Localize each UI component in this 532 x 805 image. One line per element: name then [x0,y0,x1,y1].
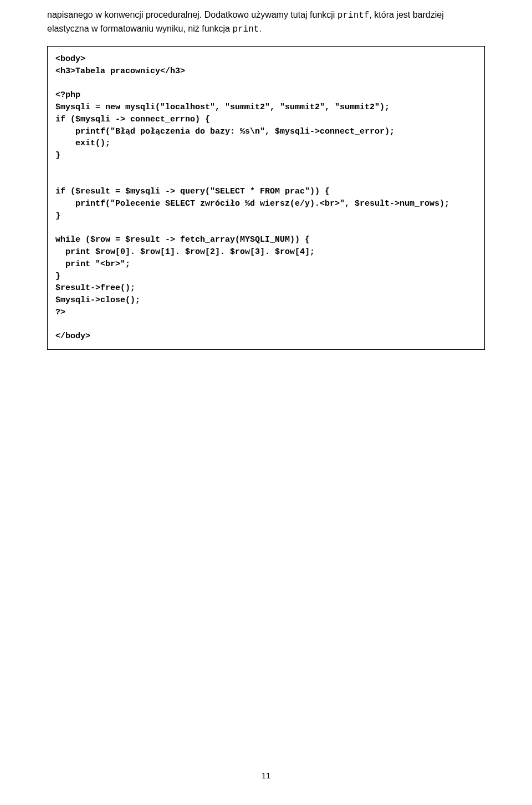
code-block: <body> <h3>Tabela pracownicy</h3> <?php … [47,46,485,350]
page-number: 11 [0,771,532,780]
intro-part1: napisanego w konwencji proceduralnej. Do… [47,10,337,19]
intro-paragraph: napisanego w konwencji proceduralnej. Do… [47,0,485,36]
intro-part3: . [259,24,261,33]
intro-mono2: print [232,24,259,34]
intro-mono1: printf [337,11,370,21]
